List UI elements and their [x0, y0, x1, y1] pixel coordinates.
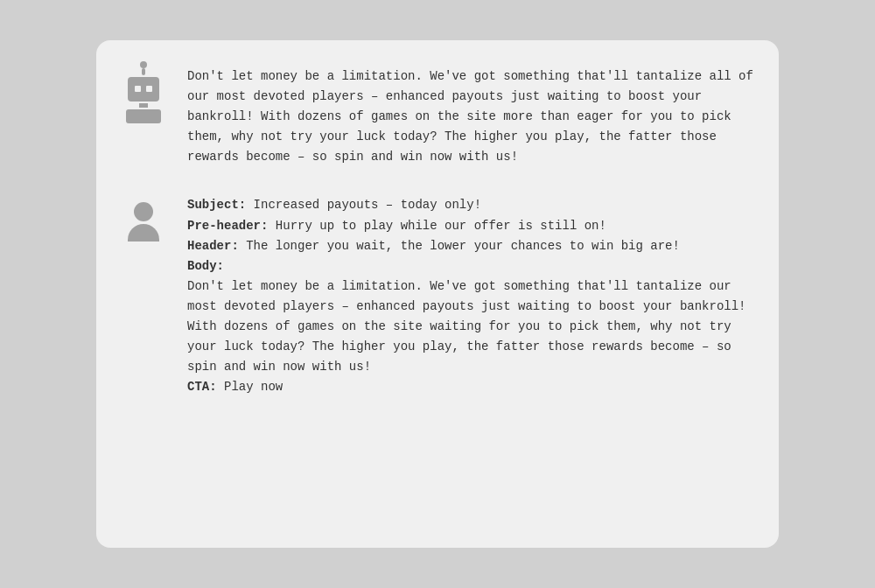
body-text: Don't let money be a limitation. We've g… [187, 276, 758, 377]
human-body [128, 224, 159, 242]
body-label-line: Body: [187, 256, 758, 276]
human-message-bubble: Subject: Increased payouts – today only!… [187, 195, 758, 397]
bot-message-bubble: Don't let money be a limitation. We've g… [187, 66, 758, 167]
cta-label: CTA: [187, 380, 217, 394]
human-icon [128, 202, 159, 242]
subject-value: Increased payouts – today only! [246, 198, 481, 212]
robot-eye-right [146, 86, 152, 92]
robot-avatar [117, 66, 170, 119]
human-avatar [117, 195, 170, 248]
subject-label: Subject: [187, 198, 246, 212]
robot-neck [139, 103, 148, 108]
header-value: The longer you wait, the lower your chan… [239, 239, 680, 253]
preheader-label: Pre-header: [187, 219, 268, 233]
human-message-row: Subject: Increased payouts – today only!… [117, 195, 758, 397]
robot-antenna [142, 68, 145, 75]
bot-message-text: Don't let money be a limitation. We've g… [187, 66, 758, 167]
robot-antenna-ball [140, 61, 147, 68]
body-label: Body: [187, 259, 224, 273]
chat-container: Don't let money be a limitation. We've g… [96, 40, 779, 548]
preheader-value: Hurry up to play while our offer is stil… [268, 219, 606, 233]
subject-line: Subject: Increased payouts – today only! [187, 195, 758, 215]
header-line: Header: The longer you wait, the lower y… [187, 236, 758, 256]
cta-value: Play now [217, 380, 284, 394]
robot-eye-left [135, 86, 141, 92]
preheader-line: Pre-header: Hurry up to play while our o… [187, 216, 758, 236]
robot-icon [126, 63, 161, 123]
cta-line: CTA: Play now [187, 377, 758, 397]
header-label: Header: [187, 239, 239, 253]
bot-message-row: Don't let money be a limitation. We've g… [117, 66, 758, 167]
robot-head [128, 77, 159, 102]
human-head [134, 202, 153, 221]
robot-body [126, 109, 161, 123]
